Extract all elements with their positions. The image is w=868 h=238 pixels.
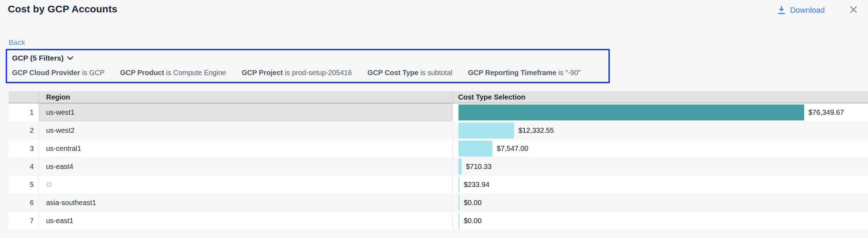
cost-bar [458,123,514,138]
filter-field: GCP Cloud Provider [12,69,80,76]
filter-chip[interactable]: GCP Cloud Provider is GCP [12,69,105,77]
filter-panel: GCP (5 Filters) GCP Cloud Provider is GC… [6,49,610,83]
cost-bar [458,141,493,157]
filter-chip[interactable]: GCP Cost Type is subtotal [367,69,452,77]
table-row[interactable]: 5 ∅ $233.94 [9,176,868,194]
region-cell[interactable]: us-east1 [39,212,453,230]
cost-value: $233.94 [464,181,489,189]
region-cell[interactable]: asia-southeast1 [39,194,453,211]
cost-bar-cell: $0.00 [453,212,868,230]
cost-value: $76,349.67 [808,108,844,117]
cost-value: $0.00 [464,199,482,207]
table-row[interactable]: 4 us-east4 $710.33 [9,158,868,176]
region-cell[interactable]: us-west1 [39,103,453,121]
filter-condition: is subtotal [418,69,452,76]
cost-value: $0.00 [464,217,482,225]
cost-bar [458,177,460,193]
row-number: 4 [9,158,39,175]
cost-bar [458,213,460,229]
cost-bar-cell: $76,349.67 [453,103,868,121]
page-title: Cost by GCP Accounts [8,4,117,15]
region-cell[interactable]: us-east4 [39,158,453,175]
region-cell[interactable]: ∅ [39,176,453,193]
download-button[interactable]: Download [777,6,825,15]
filter-field: GCP Product [120,69,164,76]
filter-summary-dropdown[interactable]: GCP (5 Filters) [12,54,73,62]
filter-summary-label: GCP (5 Filters) [12,54,63,62]
dialog-header: Cost by GCP Accounts Download [0,0,868,18]
filter-chip[interactable]: GCP Product is Compute Engine [120,69,226,77]
cost-bar-cell: $7,547.00 [453,140,868,157]
table-row[interactable]: 1 us-west1 $76,349.67 [9,103,868,121]
row-number: 6 [9,194,39,211]
filter-condition: is "-90" [556,69,581,76]
column-header-cost-type: Cost Type Selection [453,91,868,103]
filter-chip[interactable]: GCP Project is prod-setup-205416 [241,69,352,77]
cost-bar-cell: $0.00 [453,194,868,211]
filter-condition: is Compute Engine [164,69,226,76]
filter-condition: is GCP [80,69,105,76]
filter-chip[interactable]: GCP Reporting Timeframe is "-90" [468,69,581,77]
download-label: Download [790,6,825,15]
cost-bar [458,159,462,175]
cost-value: $710.33 [466,163,491,171]
cost-bar [458,195,460,211]
row-number: 3 [9,140,39,157]
row-number: 5 [9,176,39,193]
header-actions: Download [777,4,859,16]
cost-value: $12,332.55 [518,126,554,135]
table-row[interactable]: 3 us-central1 $7,547.00 [9,140,868,158]
chevron-down-icon [67,56,73,60]
cost-bar-cell: $710.33 [453,158,868,175]
table-header-row: Region Cost Type Selection [9,91,868,103]
table-body: 1 us-west1 $76,349.67 2 us-west2 $12,332… [9,103,868,230]
cost-table: Region Cost Type Selection 1 us-west1 $7… [9,91,868,230]
row-number: 7 [9,212,39,230]
cost-bar [458,104,804,120]
filter-field: GCP Reporting Timeframe [468,69,556,76]
region-cell[interactable]: us-central1 [39,140,453,157]
table-row[interactable]: 6 asia-southeast1 $0.00 [9,194,868,212]
cost-value: $7,547.00 [497,144,528,153]
table-row[interactable]: 7 us-east1 $0.00 [9,212,868,230]
column-header-region: Region [39,91,453,103]
column-header-rownum [9,91,39,103]
close-icon[interactable] [849,5,858,16]
download-icon [777,6,786,15]
filter-field: GCP Cost Type [367,69,418,76]
filter-field: GCP Project [241,69,283,76]
filter-condition: is prod-setup-205416 [283,69,352,76]
cost-bar-cell: $12,332.55 [453,121,868,139]
cost-bar-cell: $233.94 [453,176,868,193]
filter-list: GCP Cloud Provider is GCP GCP Product is… [12,69,603,77]
row-number: 2 [9,121,39,139]
back-link[interactable]: Back [9,38,25,47]
row-number: 1 [9,103,39,121]
table-row[interactable]: 2 us-west2 $12,332.55 [9,121,868,140]
region-cell[interactable]: us-west2 [39,121,453,139]
